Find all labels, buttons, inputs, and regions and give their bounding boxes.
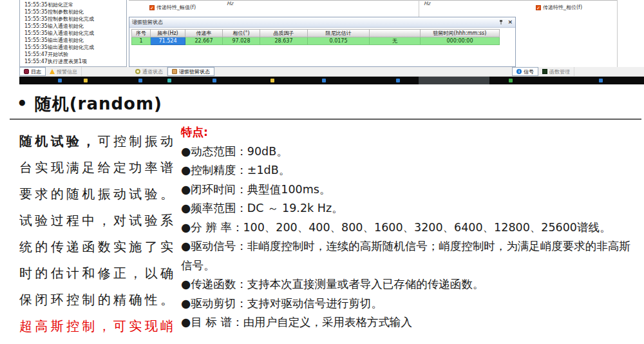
intro-paragraph: 随机试验，可控制振动台实现满足给定功率谱要求的随机振动试验。试验过程中，对试验系… (19, 128, 173, 339)
intro-highlight-line: 超高斯控制，可实现峭 (19, 313, 173, 339)
resonance-dwell-icon (172, 69, 177, 74)
feature-item: ●闭环时间：典型值100ms。 (181, 180, 641, 200)
legend-label: 传递特性_幅值(f) (156, 4, 196, 11)
right-tab-bar: 信号函数管理 (512, 67, 574, 76)
log-entry: 15:55:47开始试验 (20, 51, 126, 58)
table-cell[interactable]: 22.667 (185, 37, 223, 45)
axis-unit-label: Hz (227, 1, 233, 6)
taskbar-icon[interactable] (167, 79, 171, 82)
log-icon (24, 69, 29, 74)
tab-signal[interactable]: 信号 (512, 67, 538, 76)
log-panel: 15:55:35初始化正常15:55:35控制参数初始化15:55:35控制参数… (19, 0, 127, 67)
taskbar-icon[interactable] (599, 79, 603, 82)
log-timestamp: 15:55:47 (24, 58, 48, 65)
log-message: 输出通道初始化 (48, 37, 84, 44)
intro-line: 台实现满足给定功率谱 (19, 155, 173, 181)
log-message: 初始化正常 (48, 1, 73, 8)
log-timestamp: 15:55:35 (24, 37, 48, 44)
table-cell[interactable]: 97.028 (223, 37, 260, 45)
intro-line: 保闭环控制的精确性。 (19, 287, 173, 313)
legend-transfer-phase: 传递特性_相位(f) (536, 4, 582, 11)
feature-item: ●分 辨 率：100、200、400、800、1600、3200、6400、12… (181, 218, 641, 238)
table-cell[interactable]: 71.524 (151, 37, 185, 45)
status-tab-bar: 信号函数管理 通道状态谐振驻留状态 (127, 67, 644, 77)
taskbar-icon[interactable] (270, 79, 274, 82)
column-header (370, 29, 421, 37)
column-header: 相位(°) (223, 29, 260, 37)
log-timestamp: 15:55:35 (24, 1, 48, 8)
taskbar-icon[interactable] (58, 79, 62, 82)
res-data-row: 171.52422.66797.02828.6370.0175无000:00:0… (131, 37, 500, 45)
log-timestamp: 15:55:35 (24, 23, 48, 30)
plot-divider (419, 0, 419, 17)
function-management-icon (542, 69, 547, 74)
legend-transfer-amplitude: 传递特性_幅值(f) (149, 4, 196, 11)
close-icon[interactable]: × (507, 19, 513, 25)
tab-label: 报警信息 (57, 68, 77, 75)
log-entries: 15:55:35初始化正常15:55:35控制参数初始化15:55:35控制参数… (20, 0, 126, 65)
column-header: 阻尼比估计 (308, 29, 370, 37)
intro-line: 时的估计和修正，以确 (19, 260, 173, 287)
tab-log[interactable]: 日志 (19, 67, 46, 76)
feature-list: ●动态范围：90dB。●控制精度：±1dB。●闭环时间：典型值100ms。●频率… (181, 142, 641, 332)
taskbar-icon[interactable] (213, 79, 216, 82)
panel-header: 谐振驻留状态 × (129, 17, 515, 28)
feature-item: ●目 标 谱：由用户自定义，采用表格方式输入 (181, 313, 641, 332)
column-header: 频率(Hz) (151, 29, 185, 37)
taskbar-icon[interactable] (84, 79, 88, 82)
features-section: 特点: ●动态范围：90dB。●控制精度：±1dB。●闭环时间：典型值100ms… (181, 123, 641, 332)
log-message: 输入通道初始化完成 (48, 30, 94, 37)
axis-unit-label: Hz (424, 1, 430, 6)
tab-label: 日志 (31, 68, 41, 75)
channel-status-icon (135, 69, 140, 74)
tab-channel-status[interactable]: 通道状态 (131, 67, 167, 76)
app-screenshot: Hz Hz 传递特性_幅值(f) 传递特性_相位(f) 15:55:35初始化正… (0, 0, 644, 84)
intro-line: 随机试验，可控制振动 (19, 128, 173, 155)
log-entry: 15:55:35输出通道初始化 (20, 37, 126, 44)
feature-item: ●驱动信号：非峭度控制时，连续的高斯随机信号；峭度控制时，为满足峭度要求的非高斯… (181, 237, 641, 275)
log-entry: 15:55:35控制参数初始化完成 (20, 15, 126, 23)
column-header: 驻留时间(hhh:mm:ss) (421, 29, 500, 37)
tab-function-management[interactable]: 函数管理 (538, 67, 574, 76)
taskbar-icon[interactable] (396, 79, 400, 82)
log-timestamp: 15:55:35 (24, 8, 48, 15)
tab-label: 函数管理 (549, 68, 570, 75)
intro-line: 统的传递函数实施了实 (19, 234, 173, 260)
log-message: 输入通道初始化 (48, 23, 84, 30)
log-entry: 15:55:47执行进度表第1项 (20, 58, 126, 65)
intro-line: 试验过程中，对试验系 (19, 207, 173, 234)
right-panel-edge (617, 0, 618, 67)
table-cell[interactable]: 0.0175 (308, 37, 370, 45)
table-cell[interactable]: 000:00:00 (421, 37, 500, 45)
taskbar-icon[interactable] (509, 79, 513, 82)
title-underline (10, 119, 641, 120)
taskbar-icon[interactable] (138, 79, 142, 82)
tab-label: 通道状态 (142, 68, 163, 75)
log-entry: 15:55:35输入通道初始化完成 (20, 30, 126, 37)
intro-line: 要求的随机振动试验。 (19, 181, 173, 207)
page-title: • 随机(random) (17, 93, 162, 115)
taskbar-active-window[interactable] (419, 77, 489, 84)
table-cell[interactable]: 1 (131, 37, 151, 45)
checkbox-icon[interactable] (149, 5, 155, 10)
taskbar[interactable] (19, 77, 644, 84)
log-entry: 15:55:35输出通道初始化完成 (20, 44, 126, 51)
feature-item: ●传递函数：支持本次直接测量或者导入已存储的传递函数。 (181, 275, 641, 294)
intro-line-text: 可控制振动 (98, 133, 173, 149)
signal-info-icon (516, 69, 522, 74)
tab-resonance-dwell-status[interactable]: 谐振驻留状态 (167, 67, 214, 76)
log-tab-bar: 日志报警信息 (19, 67, 127, 77)
pin-icon[interactable] (498, 19, 504, 25)
taskbar-icon[interactable] (322, 79, 326, 82)
legend-label: 传递特性_相位(f) (543, 4, 582, 11)
feature-item: ●驱动剪切：支持对驱动信号进行剪切。 (181, 294, 641, 314)
feature-item: ●动态范围：90dB。 (181, 142, 641, 162)
resonance-table: 序号频率(Hz)传递率相位(°)品质因子阻尼比估计驻留时间(hhh:mm:ss)… (131, 29, 500, 45)
intro-lead-bold: 随机试验， (19, 133, 98, 149)
tab-alarm-info[interactable]: 报警信息 (46, 67, 82, 76)
table-cell[interactable]: 28.637 (260, 37, 308, 45)
table-cell[interactable]: 无 (370, 37, 421, 45)
feature-item: ●控制精度：±1dB。 (181, 161, 641, 180)
checkbox-icon[interactable] (536, 5, 541, 10)
log-timestamp: 15:55:35 (24, 44, 48, 51)
